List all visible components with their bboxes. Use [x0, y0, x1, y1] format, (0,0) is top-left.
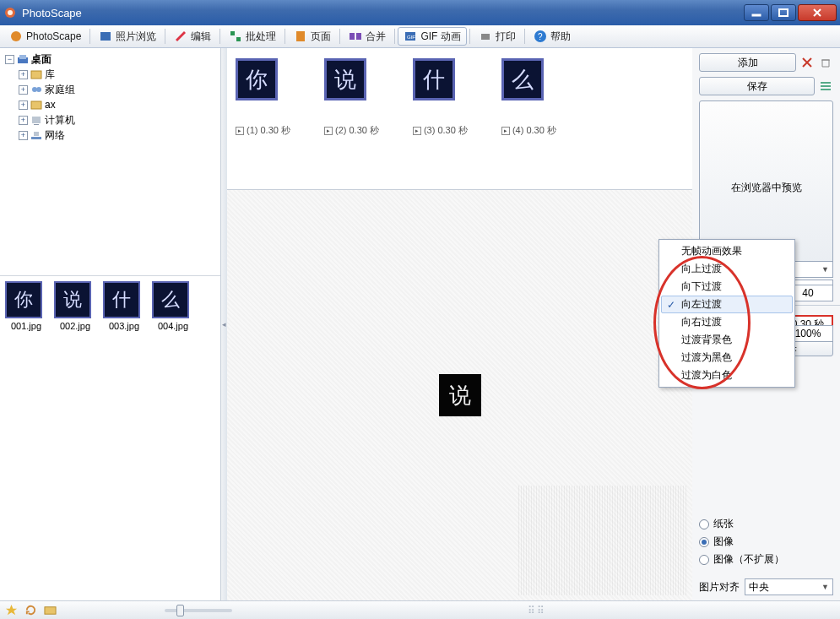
tab-viewer[interactable]: 照片浏览 — [93, 27, 162, 46]
tree-item[interactable]: +计算机 — [19, 112, 217, 128]
thumbnail-item[interactable]: 什003.jpg — [103, 281, 145, 331]
trash-icon[interactable] — [818, 55, 833, 70]
svg-rect-10 — [356, 33, 361, 40]
folder-tree[interactable]: −桌面 +库 +家庭组 +ax +计算机 +网络 — [0, 48, 220, 276]
tab-label: 页面 — [311, 30, 331, 44]
effect-option[interactable]: 过渡背景色 — [661, 331, 793, 349]
svg-point-4 — [11, 31, 21, 41]
main-toolbar: PhotoScape 照片浏览 编辑 批处理 页面 合并 GIFGIF 动画 打… — [0, 25, 840, 48]
svg-rect-27 — [821, 85, 831, 87]
thumbnail-list: 你001.jpg 说002.jpg 什003.jpg 么004.jpg — [0, 276, 220, 600]
preview-frame: 说 — [439, 374, 481, 416]
svg-rect-2 — [752, 14, 761, 16]
play-icon: ▸ — [236, 127, 244, 135]
tab-label: 编辑 — [191, 30, 211, 44]
tree-item[interactable]: +ax — [19, 97, 217, 112]
align-label: 图片对齐 — [699, 580, 740, 595]
svg-rect-8 — [296, 31, 305, 41]
tab-help[interactable]: ?帮助 — [528, 27, 577, 46]
tab-editor[interactable]: 编辑 — [168, 27, 217, 46]
svg-rect-9 — [350, 33, 355, 40]
svg-point-20 — [36, 87, 41, 92]
svg-rect-18 — [31, 71, 41, 79]
side-panel: 添加 保存 在浏览器中预览 1/4 改变时间 0.30 秒 改变动画效果 无帧动… — [692, 48, 840, 600]
svg-rect-26 — [821, 82, 831, 84]
frame-item[interactable]: 说▸(2) 0.30 秒 — [324, 58, 379, 137]
zoom-slider[interactable] — [165, 609, 232, 612]
svg-rect-28 — [821, 89, 831, 90]
close-button[interactable] — [798, 4, 837, 21]
tab-page[interactable]: 页面 — [288, 27, 337, 46]
window-title: PhotoScape — [22, 7, 742, 19]
effect-option[interactable]: 向上过渡 — [661, 260, 793, 278]
frame-item[interactable]: 你▸(1) 0.30 秒 — [236, 58, 290, 137]
svg-rect-24 — [31, 137, 41, 139]
effect-option[interactable]: 无帧动画效果 — [661, 242, 793, 260]
app-icon — [3, 6, 17, 19]
effect-option[interactable]: 向下过渡 — [661, 278, 793, 296]
tab-gif[interactable]: GIFGIF 动画 — [398, 27, 466, 46]
tab-label: PhotoScape — [26, 30, 81, 42]
save-button[interactable]: 保存 — [699, 77, 815, 95]
delete-icon[interactable] — [799, 55, 815, 70]
svg-rect-5 — [100, 32, 111, 41]
frame-item[interactable]: 什▸(3) 0.30 秒 — [413, 58, 468, 137]
radio-image[interactable]: 图像 — [699, 535, 833, 549]
titlebar: PhotoScape — [0, 0, 840, 25]
align-select[interactable]: 中央▼ — [745, 578, 833, 595]
preview-area: 说 — [227, 190, 692, 600]
frame-item[interactable]: 么▸(4) 0.30 秒 — [501, 58, 556, 137]
minimize-button[interactable] — [744, 4, 769, 21]
tab-label: GIF 动画 — [420, 30, 460, 44]
tab-label: 合并 — [366, 30, 386, 44]
svg-rect-22 — [32, 117, 41, 123]
list-icon[interactable] — [818, 79, 833, 94]
frame-strip: 你▸(1) 0.30 秒 说▸(2) 0.30 秒 什▸(3) 0.30 秒 么… — [227, 48, 692, 190]
svg-rect-13 — [481, 34, 490, 40]
decorative-texture — [518, 486, 687, 595]
tab-print[interactable]: 打印 — [473, 27, 522, 46]
svg-rect-30 — [45, 607, 56, 614]
slider-knob[interactable] — [176, 605, 184, 616]
status-bar: ⠿⠿ — [0, 600, 840, 619]
tab-combine[interactable]: 合并 — [343, 27, 392, 46]
radio-paper[interactable]: 纸张 — [699, 517, 833, 531]
folder-icon[interactable] — [44, 604, 57, 616]
svg-text:?: ? — [538, 32, 543, 41]
svg-rect-17 — [19, 55, 26, 59]
radio-image-noexpand[interactable]: 图像（不扩展） — [699, 552, 833, 567]
svg-rect-6 — [230, 31, 235, 35]
play-icon: ▸ — [501, 127, 510, 135]
maximize-button[interactable] — [771, 4, 796, 21]
add-button[interactable]: 添加 — [699, 53, 796, 72]
splitter-handle[interactable]: ◂ — [221, 48, 227, 600]
tab-label: 批处理 — [246, 30, 276, 44]
refresh-icon[interactable] — [24, 604, 37, 616]
effect-option[interactable]: 过渡为黑色 — [661, 349, 793, 367]
star-icon[interactable] — [5, 604, 18, 616]
tab-photoscape[interactable]: PhotoScape — [3, 27, 87, 46]
thumbnail-item[interactable]: 么004.jpg — [152, 281, 194, 331]
play-icon: ▸ — [324, 127, 333, 135]
svg-rect-23 — [34, 124, 39, 125]
chevron-down-icon: ▼ — [821, 265, 829, 274]
tree-item[interactable]: +家庭组 — [19, 82, 217, 97]
tab-label: 帮助 — [550, 30, 571, 44]
svg-rect-21 — [31, 101, 41, 109]
effect-option-selected[interactable]: ✓向左过渡 — [661, 296, 793, 313]
tree-item[interactable]: +网络 — [19, 128, 217, 143]
play-icon: ▸ — [413, 127, 421, 135]
chevron-down-icon: ▼ — [821, 583, 829, 591]
thumbnail-item[interactable]: 你001.jpg — [5, 281, 47, 331]
effect-option[interactable]: 向右过渡 — [661, 313, 793, 331]
tab-label: 打印 — [496, 30, 516, 44]
tab-batch[interactable]: 批处理 — [223, 27, 282, 46]
check-icon: ✓ — [667, 299, 675, 311]
effect-dropdown[interactable]: 无帧动画效果 向上过渡 向下过渡 ✓向左过渡 向右过渡 过渡背景色 过渡为黑色 … — [658, 239, 795, 388]
svg-text:GIF: GIF — [407, 35, 415, 40]
thumbnail-item[interactable]: 说002.jpg — [54, 281, 96, 331]
grip-icon: ⠿⠿ — [239, 605, 835, 616]
tree-item[interactable]: +库 — [19, 67, 217, 82]
effect-option[interactable]: 过渡为白色 — [661, 367, 793, 384]
svg-rect-25 — [34, 132, 39, 136]
